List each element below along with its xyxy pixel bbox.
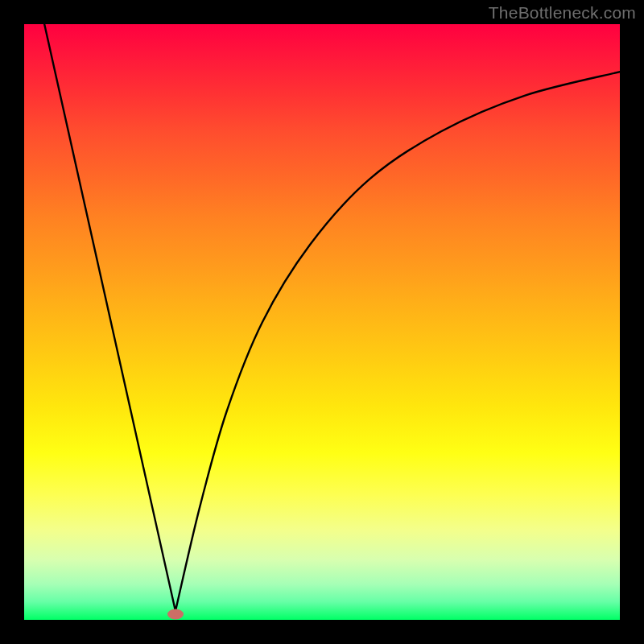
chart-frame: TheBottleneck.com bbox=[0, 0, 644, 644]
bottleneck-curve bbox=[24, 24, 620, 620]
plot-area bbox=[24, 24, 620, 620]
optimal-point-marker bbox=[167, 609, 184, 619]
watermark-text: TheBottleneck.com bbox=[489, 3, 636, 23]
